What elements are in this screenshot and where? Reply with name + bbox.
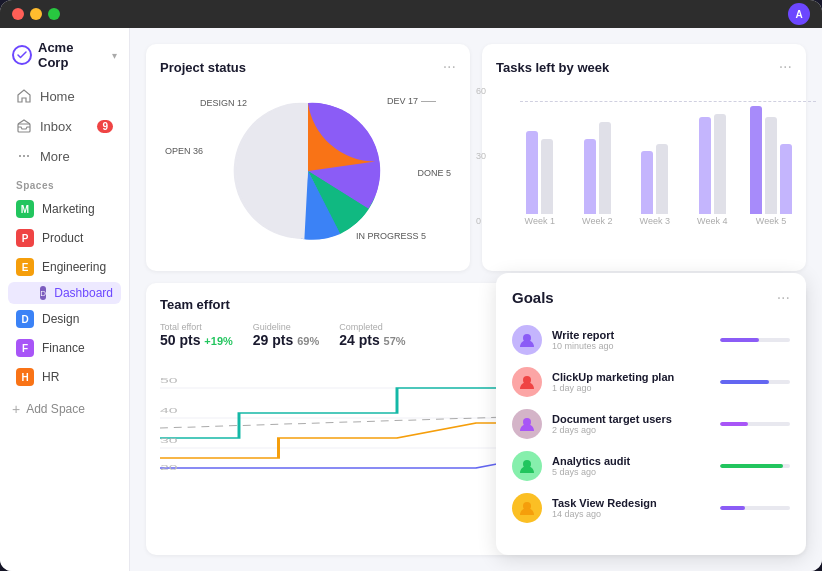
label-open: OPEN 36 — [165, 146, 203, 156]
goal-bar-fill-3 — [720, 422, 748, 426]
week4-bar1 — [699, 117, 711, 214]
user-avatar[interactable]: A — [788, 3, 810, 25]
week4-group: Week 4 — [693, 94, 733, 226]
week2-bar1 — [584, 139, 596, 214]
y-30: 30 — [476, 151, 486, 161]
space-product-label: Product — [42, 231, 83, 245]
nav-more-label: More — [40, 149, 70, 164]
tasks-week-menu[interactable]: ··· — [779, 58, 792, 76]
total-effort-change: +19% — [204, 335, 232, 347]
nav-home-label: Home — [40, 89, 75, 104]
goal-bar-fill-4 — [720, 464, 783, 468]
inbox-icon — [16, 118, 32, 134]
week2-group: Week 2 — [578, 94, 618, 226]
chevron-down-icon: ▾ — [112, 50, 117, 61]
goal-time-1: 10 minutes ago — [552, 341, 710, 351]
y-0: 0 — [476, 216, 486, 226]
goal-progress-5 — [720, 506, 790, 510]
week3-group: Week 3 — [635, 94, 675, 226]
week3-label: Week 3 — [640, 216, 670, 226]
completed: Completed 24 pts 57% — [339, 322, 405, 348]
space-engineering-label: Engineering — [42, 260, 106, 274]
goal-document: Document target users 2 days ago — [512, 409, 790, 439]
spaces-label: Spaces — [0, 170, 129, 195]
space-dot-product: P — [16, 229, 34, 247]
week5-group: Week 5 — [750, 94, 792, 226]
goal-name-1: Write report — [552, 329, 710, 341]
week3-bars — [641, 94, 668, 214]
app-window: A Acme Corp ▾ Home — [0, 0, 822, 571]
space-hr-label: HR — [42, 370, 59, 384]
goals-header: Goals ··· — [512, 289, 790, 307]
inbox-badge: 9 — [97, 120, 113, 133]
total-effort: Total effort 50 pts +19% — [160, 322, 233, 348]
tasks-week-header: Tasks left by week ··· — [496, 58, 792, 76]
project-status-menu[interactable]: ··· — [443, 58, 456, 76]
project-status-title: Project status — [160, 60, 246, 75]
goal-info-5: Task View Redesign 14 days ago — [552, 497, 710, 519]
add-space-button[interactable]: + Add Space — [0, 395, 129, 423]
space-product[interactable]: P Product — [8, 224, 121, 252]
label-done: DONE 5 — [417, 168, 451, 178]
goal-info-1: Write report 10 minutes ago — [552, 329, 710, 351]
nav-more[interactable]: More — [8, 142, 121, 170]
space-design-label: Design — [42, 312, 79, 326]
space-hr[interactable]: H HR — [8, 363, 121, 391]
space-dashboard[interactable]: D Dashboard — [8, 282, 121, 304]
bar-chart-wrapper: 60 30 0 Week 1 — [496, 86, 792, 246]
svg-rect-1 — [18, 124, 30, 132]
space-design[interactable]: D Design — [8, 305, 121, 333]
bar-chart: Week 1 Week 2 — [520, 86, 792, 246]
nav-inbox[interactable]: Inbox 9 — [8, 112, 121, 140]
nav-home[interactable]: Home — [8, 82, 121, 110]
week2-bars — [584, 94, 611, 214]
space-marketing[interactable]: M Marketing — [8, 195, 121, 223]
goal-bar-fill-1 — [720, 338, 759, 342]
svg-point-4 — [27, 155, 29, 157]
week4-bars — [699, 94, 726, 214]
goals-menu[interactable]: ··· — [777, 289, 790, 307]
goal-bar-bg-2 — [720, 380, 790, 384]
space-engineering[interactable]: E Engineering — [8, 253, 121, 281]
goals-card: Goals ··· Write report 10 minutes ago — [496, 273, 806, 555]
completed-pct: 57% — [384, 335, 406, 347]
close-button[interactable] — [12, 8, 24, 20]
main-content: Project status ··· — [130, 28, 822, 571]
svg-text:20: 20 — [160, 463, 178, 472]
goal-avatar-5 — [512, 493, 542, 523]
pie-chart: DEV 17 DONE 5 IN PROGRESS 5 OPEN 36 DESI… — [160, 86, 456, 256]
week4-label: Week 4 — [697, 216, 727, 226]
goal-clickup: ClickUp marketing plan 1 day ago — [512, 367, 790, 397]
week5-bar1 — [750, 106, 762, 214]
goal-name-2: ClickUp marketing plan — [552, 371, 710, 383]
space-finance[interactable]: F Finance — [8, 334, 121, 362]
minimize-button[interactable] — [30, 8, 42, 20]
week2-label: Week 2 — [582, 216, 612, 226]
top-row: Project status ··· — [146, 44, 806, 271]
svg-text:50: 50 — [160, 376, 178, 385]
add-space-label: Add Space — [26, 402, 85, 416]
maximize-button[interactable] — [48, 8, 60, 20]
goal-analytics: Analytics audit 5 days ago — [512, 451, 790, 481]
workspace-header[interactable]: Acme Corp ▾ — [0, 40, 129, 82]
goal-progress-2 — [720, 380, 790, 384]
goal-info-4: Analytics audit 5 days ago — [552, 455, 710, 477]
week3-bar1 — [641, 151, 653, 214]
goal-bar-bg-1 — [720, 338, 790, 342]
goal-time-4: 5 days ago — [552, 467, 710, 477]
space-marketing-label: Marketing — [42, 202, 95, 216]
label-design: DESIGN 12 — [200, 98, 247, 108]
goal-bar-fill-5 — [720, 506, 745, 510]
goal-name-3: Document target users — [552, 413, 710, 425]
week1-bars — [526, 94, 553, 214]
home-icon — [16, 88, 32, 104]
titlebar: A — [0, 0, 822, 28]
week5-bar3 — [780, 144, 792, 214]
week5-bars — [750, 94, 792, 214]
week1-label: Week 1 — [525, 216, 555, 226]
space-dot-engineering: E — [16, 258, 34, 276]
label-in-progress: IN PROGRESS 5 — [356, 231, 426, 241]
goal-write-report: Write report 10 minutes ago — [512, 325, 790, 355]
goal-bar-bg-4 — [720, 464, 790, 468]
bar-chart-yaxis: 60 30 0 — [476, 86, 486, 226]
